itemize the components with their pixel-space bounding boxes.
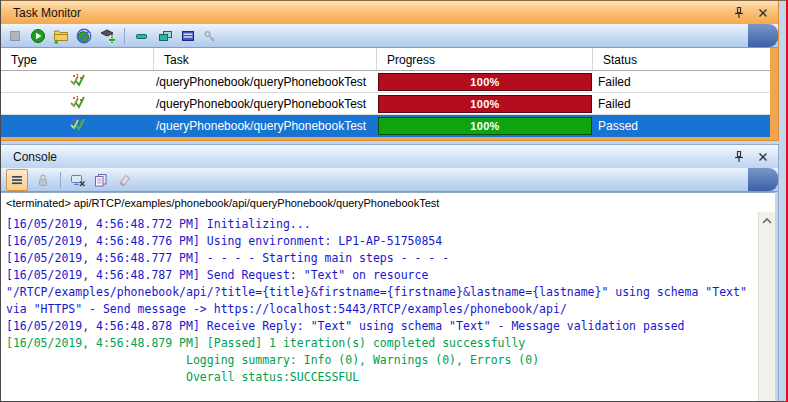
console-log: [16/05/2019, 4:56:48.772 PM] Initializin…	[1, 212, 775, 386]
table-header-row: Type Task Progress Status	[1, 48, 770, 71]
task-monitor-toolbar	[1, 24, 778, 48]
console-line: Overall status:SUCCESSFUL	[1, 369, 775, 386]
console-header-line: <terminated> api/RTCP/examples/phonebook…	[1, 193, 775, 212]
maximize-window-icon[interactable]	[180, 28, 196, 44]
console-scrollbar[interactable]	[758, 212, 775, 402]
toolbar-separator	[60, 172, 61, 188]
console-line: [16/05/2019, 4:56:48.787 PM] Send Reques…	[1, 267, 775, 284]
task-monitor-titlebar: Task Monitor	[1, 1, 778, 24]
column-header-type[interactable]: Type	[1, 48, 154, 70]
cascade-windows-icon[interactable]	[157, 28, 173, 44]
column-header-progress[interactable]: Progress	[377, 48, 593, 70]
add-task-icon[interactable]	[99, 28, 115, 44]
task-path: /queryPhonebook/queryPhonebookTest	[154, 97, 377, 111]
console-line: [16/05/2019, 4:56:48.878 PM] Receive Rep…	[1, 318, 775, 335]
progress-cell: 100%	[377, 95, 593, 113]
scroll-up-icon[interactable]	[759, 212, 775, 228]
task-monitor-title: Task Monitor	[13, 6, 81, 20]
stop-icon[interactable]	[7, 28, 23, 44]
progress-cell: 100%	[377, 73, 593, 91]
type-cell	[1, 73, 154, 91]
progress-bar: 100%	[378, 117, 592, 135]
toolbar-end-cap	[748, 168, 778, 191]
console-line: "/RTCP/examples/phonebook/api/?title={ti…	[1, 284, 775, 301]
clear-console-icon[interactable]	[116, 172, 132, 188]
test-checkmark-icon	[70, 73, 86, 91]
task-path: /queryPhonebook/queryPhonebookTest	[154, 119, 377, 133]
console-line: Logging summary: Info (0), Warnings (0),…	[1, 352, 775, 369]
console-line: via "HTTPS" - Send message -> https://lo…	[1, 301, 775, 318]
column-header-status[interactable]: Status	[593, 48, 769, 70]
test-checkmark-icon	[70, 95, 86, 113]
task-row[interactable]: /queryPhonebook/queryPhonebookTest 100% …	[1, 71, 770, 93]
task-path: /queryPhonebook/queryPhonebookTest	[154, 75, 377, 89]
status-label: Failed	[593, 75, 769, 89]
close-icon[interactable]	[756, 6, 769, 19]
run-icon[interactable]	[30, 28, 46, 44]
open-folder-icon[interactable]	[53, 28, 69, 44]
status-label: Failed	[593, 97, 769, 111]
console-output: <terminated> api/RTCP/examples/phonebook…	[1, 192, 775, 402]
progress-label: 100%	[470, 76, 499, 88]
column-header-task[interactable]: Task	[154, 48, 377, 70]
screen-border-left	[0, 0, 1, 402]
window-buttons	[732, 1, 769, 24]
copy-console-icon[interactable]	[93, 172, 109, 188]
console-line: [16/05/2019, 4:56:48.776 PM] Using envir…	[1, 233, 775, 250]
type-cell	[1, 95, 154, 113]
toolbar-separator	[124, 28, 125, 44]
task-table: Type Task Progress Status /queryPhoneboo…	[1, 48, 770, 137]
disable-logging-icon[interactable]	[76, 28, 92, 44]
progress-bar: 100%	[378, 73, 592, 91]
minimize-icon[interactable]	[134, 28, 150, 44]
show-console-menu-icon[interactable]	[6, 169, 28, 191]
toolbar-end-cap	[748, 24, 778, 47]
screen-border-top	[0, 0, 788, 1]
app-window: Task Monitor	[0, 0, 788, 402]
remove-launch-icon[interactable]	[70, 172, 86, 188]
scroll-lock-icon[interactable]	[35, 172, 51, 188]
test-checkmark-icon	[70, 117, 86, 135]
progress-label: 100%	[470, 120, 499, 132]
task-row-selected[interactable]: /queryPhonebook/queryPhonebookTest 100% …	[1, 115, 770, 137]
progress-label: 100%	[470, 98, 499, 110]
close-icon[interactable]	[756, 150, 769, 163]
console-panel: Console	[1, 145, 778, 402]
key-icon[interactable]	[203, 28, 219, 44]
progress-cell: 100%	[377, 117, 593, 135]
status-label: Passed	[593, 119, 769, 133]
pin-icon[interactable]	[732, 150, 745, 163]
console-line: [16/05/2019, 4:56:48.772 PM] Initializin…	[1, 216, 775, 233]
console-toolbar	[1, 168, 778, 192]
type-cell	[1, 117, 154, 135]
window-buttons	[732, 145, 769, 168]
task-monitor-panel: Task Monitor	[1, 1, 778, 140]
pin-icon[interactable]	[732, 6, 745, 19]
progress-bar: 100%	[378, 95, 592, 113]
task-row[interactable]: /queryPhonebook/queryPhonebookTest 100% …	[1, 93, 770, 115]
console-line: [16/05/2019, 4:56:48.777 PM] - - - - Sta…	[1, 250, 775, 267]
console-titlebar: Console	[1, 145, 778, 168]
console-title: Console	[13, 150, 57, 164]
console-line: [16/05/2019, 4:56:48.879 PM] [Passed] 1 …	[1, 335, 775, 352]
